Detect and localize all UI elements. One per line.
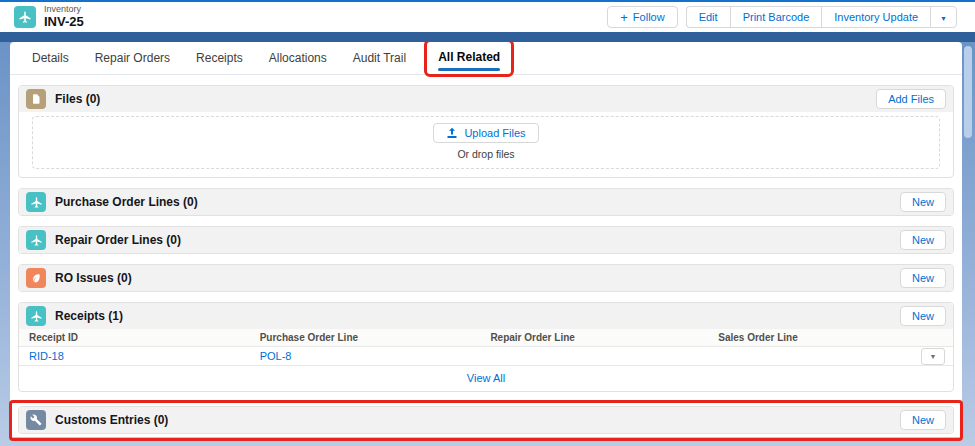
purchase-order-lines-title: Purchase Order Lines (0) [55,195,198,209]
plus-icon: + [620,11,628,24]
view-all-row: View All [19,366,953,391]
print-barcode-button[interactable]: Print Barcode [730,6,822,28]
record-detail-panel: Details Repair Orders Receipts Allocatio… [10,42,962,437]
new-purchase-order-line-button[interactable]: New [900,192,946,212]
tab-allocations[interactable]: Allocations [269,51,327,65]
customs-entries-header: Customs Entries (0) New [19,407,953,433]
upload-files-button[interactable]: Upload Files [433,123,538,143]
follow-button[interactable]: + Follow [607,6,677,28]
follow-label: Follow [633,11,665,23]
new-customs-entry-button[interactable]: New [900,410,946,430]
salesforce-record-page: Inventory INV-25 + Follow Edit Print Bar… [0,0,975,446]
wrench-icon [26,410,46,430]
receipts-header: Receipts (1) New [19,303,953,329]
receipts-title: Receipts (1) [55,309,123,323]
new-ro-issue-button[interactable]: New [900,268,946,288]
plane-icon [26,306,46,326]
tab-bar: Details Repair Orders Receipts Allocatio… [10,42,962,75]
column-receipt-id[interactable]: Receipt ID [19,332,250,343]
add-files-button[interactable]: Add Files [876,89,946,109]
edit-button[interactable]: Edit [686,6,730,28]
upload-files-label: Upload Files [464,127,525,139]
chevron-down-icon: ▼ [930,353,937,360]
row-actions-button[interactable]: ▼ [921,348,945,365]
new-receipt-button[interactable]: New [900,306,946,326]
files-title: Files (0) [55,92,100,106]
scrollbar-thumb[interactable] [964,46,972,138]
tab-audit-trail[interactable]: Audit Trail [353,51,406,65]
column-repair-order-line[interactable]: Repair Order Line [480,332,708,343]
page-background-band [0,32,975,42]
tab-receipts[interactable]: Receipts [196,51,243,65]
view-all-link[interactable]: View All [467,372,505,384]
column-purchase-order-line[interactable]: Purchase Order Line [250,332,481,343]
plane-icon [26,192,46,212]
ro-issues-header: RO Issues (0) New [19,265,953,291]
related-list-repair-order-lines: Repair Order Lines (0) New [18,226,954,254]
related-list-customs-entries: Customs Entries (0) New [18,406,954,434]
plane-icon [26,230,46,250]
tab-all-related-label: All Related [438,50,500,64]
record-actions-group: Edit Print Barcode Inventory Update ▼ [686,6,957,28]
related-list-ro-issues: RO Issues (0) New [18,264,954,292]
receipt-table-row: RID-18 POL-8 ▼ [19,347,953,366]
window-top-accent [0,0,975,2]
repair-order-lines-header: Repair Order Lines (0) New [19,227,953,253]
active-tab-underline [438,68,500,71]
inventory-update-button[interactable]: Inventory Update [821,6,930,28]
related-list-files: Files (0) Add Files Upload Files Or drop… [18,85,954,178]
chevron-down-icon: ▼ [940,15,947,22]
tab-details[interactable]: Details [32,51,69,65]
record-name: INV-25 [44,15,84,29]
related-list-purchase-order-lines: Purchase Order Lines (0) New [18,188,954,216]
files-card-header: Files (0) Add Files [19,86,953,112]
scrollbar-track[interactable] [962,42,975,437]
purchase-order-line-link[interactable]: POL-8 [260,350,292,362]
customs-entries-title: Customs Entries (0) [55,413,168,427]
receipt-id-link[interactable]: RID-18 [29,350,64,362]
more-actions-button[interactable]: ▼ [930,6,957,28]
purchase-order-lines-header: Purchase Order Lines (0) New [19,189,953,215]
file-drop-zone[interactable]: Upload Files Or drop files [32,116,940,169]
leaf-icon [26,268,46,288]
header-action-buttons: + Follow Edit Print Barcode Inventory Up… [607,6,957,28]
record-text: Inventory INV-25 [44,5,84,29]
new-repair-order-line-button[interactable]: New [900,230,946,250]
ro-issues-title: RO Issues (0) [55,271,132,285]
record-identity: Inventory INV-25 [14,5,84,29]
tab-repair-orders[interactable]: Repair Orders [95,51,170,65]
annotation-box-customs-entries: Customs Entries (0) New [9,400,963,441]
record-header: Inventory INV-25 + Follow Edit Print Bar… [0,2,975,32]
column-sales-order-line[interactable]: Sales Order Line [708,332,919,343]
tab-all-related[interactable]: All Related [438,50,500,71]
receipts-table-header: Receipt ID Purchase Order Line Repair Or… [19,329,953,347]
annotation-box-all-related: All Related [424,39,514,77]
related-list-receipts: Receipts (1) New Receipt ID Purchase Ord… [18,302,954,392]
upload-icon [446,127,458,139]
inventory-plane-icon [14,6,36,28]
file-icon [26,89,46,109]
drop-files-hint: Or drop files [33,148,939,160]
repair-order-lines-title: Repair Order Lines (0) [55,233,181,247]
